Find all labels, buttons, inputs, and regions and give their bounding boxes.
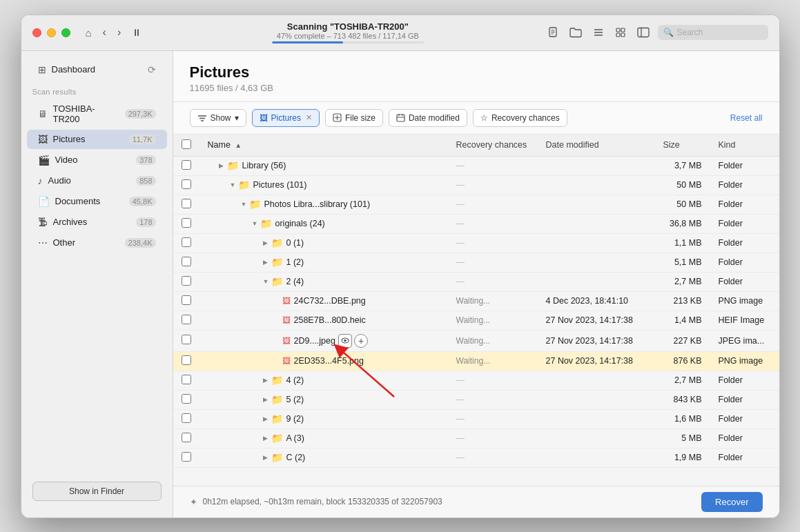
search-input[interactable] bbox=[677, 28, 763, 37]
file-table-container[interactable]: Name ▲ Recovery chances Date modified Si… bbox=[173, 135, 779, 486]
pause-button[interactable]: ⏸ bbox=[128, 24, 146, 41]
row-checkbox[interactable] bbox=[182, 160, 191, 170]
sidebar: ⊞ Dashboard ⟳ Scan results 🖥 TOSHIBA-TR2… bbox=[21, 51, 173, 518]
sidebar-item-documents[interactable]: 📄 Documents 45,8K bbox=[27, 192, 167, 211]
row-checkbox[interactable] bbox=[182, 276, 191, 286]
expand-arrow[interactable]: ▶ bbox=[263, 454, 271, 461]
size-value: 227 KB bbox=[655, 330, 710, 351]
size-value: 1,6 MB bbox=[655, 409, 710, 428]
size-value: 50 MB bbox=[655, 175, 710, 195]
reset-all-button[interactable]: Reset all bbox=[730, 113, 763, 123]
sidebar-item-dashboard[interactable]: ⊞ Dashboard ⟳ bbox=[27, 60, 167, 79]
row-checkbox[interactable] bbox=[182, 335, 191, 344]
date-value bbox=[538, 195, 655, 214]
date-column-header[interactable]: Date modified bbox=[538, 135, 655, 157]
folder-icon: 📁 bbox=[271, 276, 283, 287]
recovery-chances-filter-button[interactable]: ☆ Recovery chances bbox=[473, 109, 567, 127]
row-name: 2ED353...4F5.png bbox=[294, 356, 364, 366]
row-checkbox[interactable] bbox=[182, 179, 191, 189]
select-all-checkbox[interactable] bbox=[182, 139, 191, 149]
show-filter-button[interactable]: Show ▾ bbox=[190, 109, 246, 127]
sidebar-toggle-button[interactable] bbox=[634, 24, 652, 41]
fullscreen-button[interactable] bbox=[61, 28, 70, 37]
table-row: ▶ 📁 4 (2) — 2,7 MB Folder bbox=[173, 371, 779, 390]
sidebar-icon bbox=[637, 27, 650, 38]
preview-button[interactable] bbox=[338, 334, 352, 348]
date-modified-filter-button[interactable]: Date modified bbox=[389, 109, 467, 127]
folder-button[interactable] bbox=[567, 24, 585, 41]
filter-icon bbox=[197, 114, 207, 122]
expand-arrow[interactable]: ▶ bbox=[263, 435, 271, 442]
folder-icon: 📁 bbox=[271, 452, 283, 463]
sidebar-item-archives[interactable]: 🗜 Archives 178 bbox=[27, 213, 167, 232]
back-button[interactable]: ‹ bbox=[99, 23, 110, 41]
expand-arrow[interactable]: ▼ bbox=[252, 220, 260, 227]
folder-icon: 📁 bbox=[238, 179, 250, 190]
window-subtitle: 47% complete – 713 482 files / 117,14 GB bbox=[151, 32, 544, 40]
row-checkbox[interactable] bbox=[182, 355, 191, 365]
close-button[interactable] bbox=[32, 28, 41, 37]
row-checkbox[interactable] bbox=[182, 413, 191, 423]
search-icon: 🔍 bbox=[663, 28, 674, 37]
recover-button[interactable]: Recover bbox=[701, 492, 762, 512]
file-size-filter-button[interactable]: File size bbox=[325, 109, 383, 127]
list-icon bbox=[593, 27, 604, 38]
sidebar-item-video[interactable]: 🎬 Video 378 bbox=[27, 150, 167, 170]
navigation-buttons: ⌂ ‹ › ⏸ bbox=[81, 23, 146, 41]
expand-arrow[interactable]: ▶ bbox=[263, 377, 271, 384]
size-value: 843 KB bbox=[655, 390, 710, 409]
folder-icon: 📁 bbox=[271, 257, 283, 268]
main-content: ⊞ Dashboard ⟳ Scan results 🖥 TOSHIBA-TR2… bbox=[21, 51, 779, 518]
row-checkbox[interactable] bbox=[182, 257, 191, 266]
expand-arrow[interactable]: ▼ bbox=[263, 278, 271, 285]
sidebar-item-audio[interactable]: ♪ Audio 858 bbox=[27, 171, 167, 190]
app-window: ⌂ ‹ › ⏸ Scanning "TOSHIBA-TR200" 47% com… bbox=[21, 14, 780, 518]
expand-arrow[interactable]: ▼ bbox=[230, 181, 238, 188]
table-header-row: Name ▲ Recovery chances Date modified Si… bbox=[173, 135, 779, 157]
new-doc-button[interactable] bbox=[545, 24, 561, 41]
list-view-button[interactable] bbox=[590, 24, 607, 41]
sidebar-item-pictures[interactable]: 🖼 Pictures 11,7K bbox=[27, 130, 167, 149]
size-column-header[interactable]: Size bbox=[655, 135, 710, 157]
file-table: Name ▲ Recovery chances Date modified Si… bbox=[173, 135, 779, 468]
pictures-icon: 🖼 bbox=[38, 134, 48, 145]
expand-arrow[interactable]: ▶ bbox=[263, 259, 271, 266]
pictures-filter-button[interactable]: 🖼 Pictures ✕ bbox=[252, 109, 320, 127]
checkbox-header bbox=[173, 135, 199, 157]
archives-icon: 🗜 bbox=[38, 217, 48, 228]
row-checkbox[interactable] bbox=[182, 394, 191, 404]
row-checkbox[interactable] bbox=[182, 375, 191, 384]
minimize-button[interactable] bbox=[47, 28, 56, 37]
sidebar-item-toshiba[interactable]: 🖥 TOSHIBA-TR200 297,3K bbox=[27, 99, 167, 128]
grid-view-button[interactable] bbox=[612, 24, 629, 41]
row-checkbox[interactable] bbox=[182, 433, 191, 442]
show-in-finder-button[interactable]: Show in Finder bbox=[32, 482, 162, 501]
sidebar-archives-label: Archives bbox=[53, 217, 131, 227]
kind-value: JPEG ima... bbox=[710, 330, 779, 351]
name-column-header[interactable]: Name ▲ bbox=[199, 135, 448, 157]
row-checkbox[interactable] bbox=[182, 237, 191, 247]
sidebar-item-other[interactable]: ⋯ Other 238,4K bbox=[27, 233, 167, 253]
expand-arrow[interactable]: ▶ bbox=[263, 415, 271, 422]
row-checkbox[interactable] bbox=[182, 315, 191, 324]
row-checkbox[interactable] bbox=[182, 199, 191, 208]
row-checkbox[interactable] bbox=[182, 295, 191, 305]
svg-point-24 bbox=[344, 339, 347, 342]
folder-icon: 📁 bbox=[227, 160, 239, 171]
row-checkbox[interactable] bbox=[182, 452, 191, 462]
expand-arrow[interactable]: ▼ bbox=[241, 201, 249, 208]
kind-column-header[interactable]: Kind bbox=[710, 135, 779, 157]
recovery-column-header[interactable]: Recovery chances bbox=[448, 135, 538, 157]
jpeg-file-icon: 🖼 bbox=[282, 336, 291, 346]
sidebar-archives-count: 178 bbox=[136, 217, 155, 227]
home-button[interactable]: ⌂ bbox=[81, 24, 96, 41]
expand-arrow[interactable]: ▶ bbox=[219, 162, 227, 169]
forward-button[interactable]: › bbox=[113, 23, 125, 41]
expand-arrow[interactable]: ▶ bbox=[263, 396, 271, 403]
search-box[interactable]: 🔍 bbox=[658, 25, 768, 40]
row-checkbox[interactable] bbox=[182, 218, 191, 228]
pictures-filter-close[interactable]: ✕ bbox=[306, 113, 312, 122]
expand-arrow[interactable]: ▶ bbox=[263, 239, 271, 246]
add-button[interactable]: + bbox=[354, 334, 368, 348]
row-name: 1 (2) bbox=[286, 257, 304, 267]
